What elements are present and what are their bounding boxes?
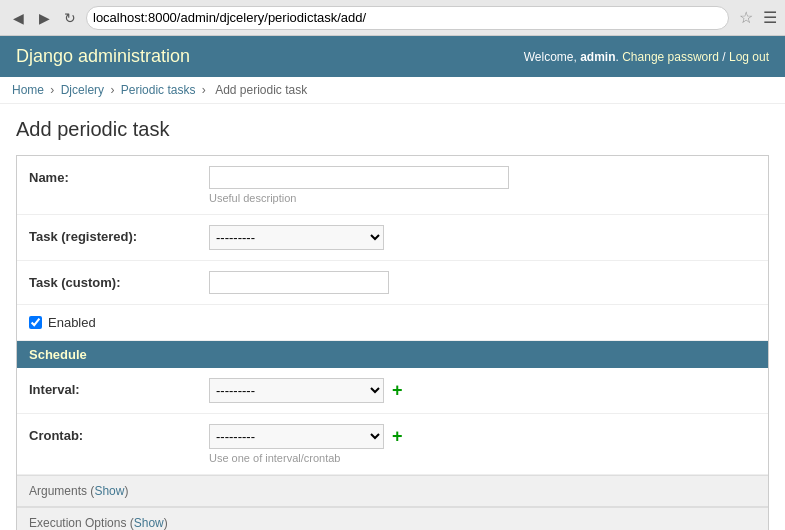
add-crontab-icon[interactable]: + bbox=[392, 426, 403, 447]
schedule-help: Use one of interval/crontab bbox=[209, 452, 756, 464]
menu-icon[interactable]: ☰ bbox=[763, 8, 777, 27]
task-custom-label: Task (custom): bbox=[29, 271, 209, 290]
browser-chrome: ◀ ▶ ↻ ☆ ☰ bbox=[0, 0, 785, 36]
arguments-show-link[interactable]: Show bbox=[94, 484, 124, 498]
crontab-label: Crontab: bbox=[29, 424, 209, 443]
breadcrumb-current: Add periodic task bbox=[215, 83, 307, 97]
task-custom-input[interactable] bbox=[209, 271, 389, 294]
logout-link[interactable]: Log out bbox=[729, 50, 769, 64]
breadcrumb-periodic-tasks[interactable]: Periodic tasks bbox=[121, 83, 196, 97]
task-custom-field bbox=[209, 271, 756, 294]
arguments-section[interactable]: Arguments (Show) bbox=[17, 475, 768, 507]
execution-show-link[interactable]: Show bbox=[134, 516, 164, 530]
crontab-row: Crontab: --------- + Use one of interval… bbox=[17, 414, 768, 475]
django-header: Django administration Welcome, admin. Ch… bbox=[0, 36, 785, 77]
forward-button[interactable]: ▶ bbox=[34, 8, 54, 28]
enabled-checkbox[interactable] bbox=[29, 316, 42, 329]
page-title: Add periodic task bbox=[16, 118, 769, 141]
separator: / bbox=[722, 50, 729, 64]
execution-section[interactable]: Execution Options (Show) bbox=[17, 507, 768, 530]
task-registered-field: --------- bbox=[209, 225, 756, 250]
site-title: Django administration bbox=[16, 46, 190, 67]
form-container: Name: Useful description Task (registere… bbox=[16, 155, 769, 530]
crontab-field: --------- + Use one of interval/crontab bbox=[209, 424, 756, 464]
url-bar[interactable] bbox=[86, 6, 729, 30]
reload-button[interactable]: ↻ bbox=[60, 8, 80, 28]
name-field-container: Useful description bbox=[209, 166, 756, 204]
interval-label: Interval: bbox=[29, 378, 209, 397]
back-button[interactable]: ◀ bbox=[8, 8, 28, 28]
enabled-label: Enabled bbox=[48, 315, 96, 330]
change-password-link[interactable]: Change password bbox=[622, 50, 719, 64]
name-label: Name: bbox=[29, 166, 209, 185]
name-help: Useful description bbox=[209, 192, 756, 204]
enabled-row: Enabled bbox=[17, 305, 768, 341]
main-content: Add periodic task Name: Useful descripti… bbox=[0, 104, 785, 530]
breadcrumb-djcelery[interactable]: Djcelery bbox=[61, 83, 104, 97]
user-info: Welcome, admin. Change password / Log ou… bbox=[524, 50, 769, 64]
name-row: Name: Useful description bbox=[17, 156, 768, 215]
execution-label: Execution Options bbox=[29, 516, 126, 530]
breadcrumb-home[interactable]: Home bbox=[12, 83, 44, 97]
arguments-label: Arguments bbox=[29, 484, 87, 498]
task-registered-select[interactable]: --------- bbox=[209, 225, 384, 250]
bookmark-icon[interactable]: ☆ bbox=[735, 8, 757, 27]
interval-select[interactable]: --------- bbox=[209, 378, 384, 403]
task-registered-row: Task (registered): --------- bbox=[17, 215, 768, 261]
crontab-select[interactable]: --------- bbox=[209, 424, 384, 449]
schedule-section-header: Schedule bbox=[17, 341, 768, 368]
breadcrumb: Home › Djcelery › Periodic tasks › Add p… bbox=[0, 77, 785, 104]
username: admin bbox=[580, 50, 615, 64]
interval-field: --------- + bbox=[209, 378, 756, 403]
welcome-text: Welcome, bbox=[524, 50, 580, 64]
name-input[interactable] bbox=[209, 166, 509, 189]
task-registered-label: Task (registered): bbox=[29, 225, 209, 244]
interval-row: Interval: --------- + bbox=[17, 368, 768, 414]
add-interval-icon[interactable]: + bbox=[392, 380, 403, 401]
task-custom-row: Task (custom): bbox=[17, 261, 768, 305]
